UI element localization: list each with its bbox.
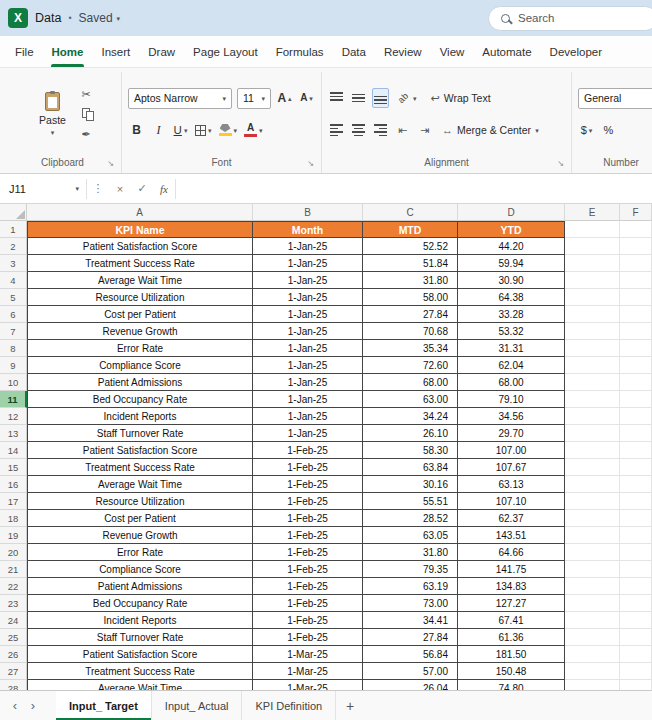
add-sheet-button[interactable]: + xyxy=(336,691,364,720)
cell-A25[interactable]: Staff Turnover Rate xyxy=(27,629,253,646)
row-header-27[interactable]: 27 xyxy=(0,663,27,680)
cell-B19[interactable]: 1-Feb-25 xyxy=(253,527,363,544)
bold-button[interactable]: B xyxy=(128,120,145,140)
cell-F22[interactable] xyxy=(620,578,652,595)
cell-E26[interactable] xyxy=(565,646,620,663)
cut-icon[interactable]: ✂ xyxy=(82,89,94,100)
ribbon-tab-data[interactable]: Data xyxy=(333,36,375,67)
cell-E17[interactable] xyxy=(565,493,620,510)
cell-E5[interactable] xyxy=(565,289,620,306)
row-header-1[interactable]: 1 xyxy=(0,221,27,238)
decrease-indent-button[interactable]: ⇤ xyxy=(394,120,411,140)
row-header-10[interactable]: 10 xyxy=(0,374,27,391)
cell-E2[interactable] xyxy=(565,238,620,255)
sheet-tab-input_-actual[interactable]: Input_ Actual xyxy=(152,691,243,720)
ribbon-tab-draw[interactable]: Draw xyxy=(139,36,184,67)
cell-A21[interactable]: Compliance Score xyxy=(27,561,253,578)
cell-F6[interactable] xyxy=(620,306,652,323)
row-header-22[interactable]: 22 xyxy=(0,578,27,595)
sheet-nav-right-icon[interactable]: › xyxy=(24,691,42,720)
cell-F18[interactable] xyxy=(620,510,652,527)
cell-A5[interactable]: Resource Utilization xyxy=(27,289,253,306)
cell-E7[interactable] xyxy=(565,323,620,340)
select-all-corner[interactable] xyxy=(0,204,27,221)
cell-A9[interactable]: Compliance Score xyxy=(27,357,253,374)
cell-B1[interactable]: Month xyxy=(253,221,363,238)
cell-B27[interactable]: 1-Mar-25 xyxy=(253,663,363,680)
cell-B26[interactable]: 1-Mar-25 xyxy=(253,646,363,663)
cell-D24[interactable]: 67.41 xyxy=(458,612,565,629)
cell-A10[interactable]: Patient Admissions xyxy=(27,374,253,391)
cell-C28[interactable]: 26.04 xyxy=(363,680,458,690)
cell-E18[interactable] xyxy=(565,510,620,527)
cell-B4[interactable]: 1-Jan-25 xyxy=(253,272,363,289)
cell-E23[interactable] xyxy=(565,595,620,612)
cell-D3[interactable]: 59.94 xyxy=(458,255,565,272)
cell-D19[interactable]: 143.51 xyxy=(458,527,565,544)
cell-E3[interactable] xyxy=(565,255,620,272)
search-box[interactable]: Search xyxy=(488,6,652,31)
column-header-E[interactable]: E xyxy=(565,204,620,221)
cell-E21[interactable] xyxy=(565,561,620,578)
sheet-tab-input_-target[interactable]: Input_ Target xyxy=(56,691,152,720)
font-size-select[interactable]: 11 ▾ xyxy=(237,88,271,109)
cell-A6[interactable]: Cost per Patient xyxy=(27,306,253,323)
cell-F10[interactable] xyxy=(620,374,652,391)
cell-B7[interactable]: 1-Jan-25 xyxy=(253,323,363,340)
column-header-C[interactable]: C xyxy=(363,204,458,221)
cell-C22[interactable]: 63.19 xyxy=(363,578,458,595)
cell-D22[interactable]: 134.83 xyxy=(458,578,565,595)
align-bottom-button[interactable] xyxy=(372,88,389,108)
cell-A8[interactable]: Error Rate xyxy=(27,340,253,357)
row-header-13[interactable]: 13 xyxy=(0,425,27,442)
cell-A24[interactable]: Incident Reports xyxy=(27,612,253,629)
cell-D13[interactable]: 29.70 xyxy=(458,425,565,442)
cell-A4[interactable]: Average Wait Time xyxy=(27,272,253,289)
cell-F2[interactable] xyxy=(620,238,652,255)
row-header-19[interactable]: 19 xyxy=(0,527,27,544)
cell-C25[interactable]: 27.84 xyxy=(363,629,458,646)
cell-B5[interactable]: 1-Jan-25 xyxy=(253,289,363,306)
ribbon-tab-developer[interactable]: Developer xyxy=(541,36,611,67)
cell-D7[interactable]: 53.32 xyxy=(458,323,565,340)
row-header-25[interactable]: 25 xyxy=(0,629,27,646)
cell-D12[interactable]: 34.56 xyxy=(458,408,565,425)
cell-B24[interactable]: 1-Feb-25 xyxy=(253,612,363,629)
cell-F24[interactable] xyxy=(620,612,652,629)
format-painter-icon[interactable]: ✒ xyxy=(82,129,94,140)
cell-E19[interactable] xyxy=(565,527,620,544)
cell-E1[interactable] xyxy=(565,221,620,238)
cell-F8[interactable] xyxy=(620,340,652,357)
cell-A14[interactable]: Patient Satisfaction Score xyxy=(27,442,253,459)
ribbon-tab-page-layout[interactable]: Page Layout xyxy=(184,36,267,67)
cell-B25[interactable]: 1-Feb-25 xyxy=(253,629,363,646)
row-header-5[interactable]: 5 xyxy=(0,289,27,306)
row-header-11[interactable]: 11 xyxy=(0,391,27,408)
italic-button[interactable]: I xyxy=(150,120,167,140)
cell-E12[interactable] xyxy=(565,408,620,425)
clipboard-dialog-launcher[interactable]: ↘ xyxy=(107,157,114,171)
cell-D15[interactable]: 107.67 xyxy=(458,459,565,476)
cell-F26[interactable] xyxy=(620,646,652,663)
align-right-button[interactable] xyxy=(372,120,389,140)
cell-E27[interactable] xyxy=(565,663,620,680)
cell-D10[interactable]: 68.00 xyxy=(458,374,565,391)
cell-B18[interactable]: 1-Feb-25 xyxy=(253,510,363,527)
cell-F27[interactable] xyxy=(620,663,652,680)
align-left-button[interactable] xyxy=(328,120,345,140)
cell-A11[interactable]: Bed Occupancy Rate xyxy=(27,391,253,408)
cell-F23[interactable] xyxy=(620,595,652,612)
cell-A18[interactable]: Cost per Patient xyxy=(27,510,253,527)
cell-C7[interactable]: 70.68 xyxy=(363,323,458,340)
excel-app-icon[interactable]: X xyxy=(8,8,28,28)
cell-E25[interactable] xyxy=(565,629,620,646)
sheet-nav-left-icon[interactable]: ‹ xyxy=(6,691,24,720)
cell-A1[interactable]: KPI Name xyxy=(27,221,253,238)
cell-C26[interactable]: 56.84 xyxy=(363,646,458,663)
cell-C8[interactable]: 35.34 xyxy=(363,340,458,357)
document-title[interactable]: Data xyxy=(35,11,61,25)
cell-C2[interactable]: 52.52 xyxy=(363,238,458,255)
cell-F19[interactable] xyxy=(620,527,652,544)
cell-F20[interactable] xyxy=(620,544,652,561)
align-center-button[interactable] xyxy=(350,120,367,140)
